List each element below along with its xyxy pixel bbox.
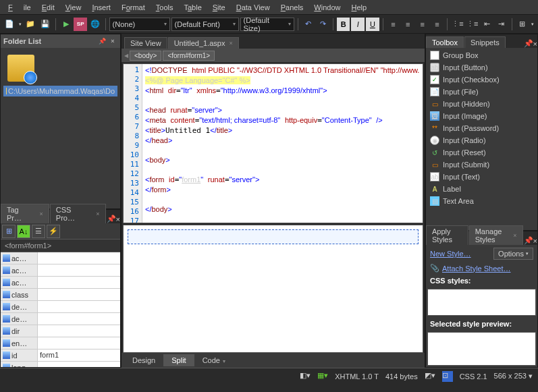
underline-button[interactable]: U xyxy=(366,18,379,31)
toolbox-item[interactable]: ↺Input (Reset) xyxy=(426,146,537,159)
outdent-button[interactable]: ⇤ xyxy=(480,18,493,31)
code-editor[interactable]: 123456789101112131415161718 <!DOCTYPE ht… xyxy=(123,63,423,223)
toolbox-item[interactable]: abInput (Button) xyxy=(426,61,537,74)
property-row[interactable]: en… xyxy=(1,337,120,349)
toolbox-item[interactable]: Group Box xyxy=(426,49,537,61)
close-icon[interactable]: × xyxy=(96,211,99,217)
tab-css-properties[interactable]: CSS Pro…× xyxy=(50,204,106,223)
menu-window[interactable]: Window xyxy=(308,1,346,13)
toolbox-item[interactable]: abInput (Text) xyxy=(426,171,537,183)
properties-grid[interactable]: ac…ac…ac…classde…de…diren…idform1langm…n… xyxy=(1,252,120,367)
schema-icon[interactable]: ◩▾ xyxy=(425,371,435,382)
status-doctype[interactable]: XHTML 1.0 T xyxy=(335,372,379,381)
toolbox-item[interactable]: Input (Checkbox) xyxy=(426,74,537,86)
open-button[interactable]: 📁 xyxy=(24,18,38,31)
pin-icon[interactable]: 📌 xyxy=(524,39,533,48)
options-button[interactable]: Options▾ xyxy=(493,248,533,260)
toolbox-item[interactable]: ALabel xyxy=(426,183,537,195)
undo-button[interactable]: ↶ xyxy=(302,18,315,31)
tab-apply-styles[interactable]: Apply Styles xyxy=(426,225,468,245)
attach-stylesheet-link[interactable]: Attach Style Sheet… xyxy=(442,264,511,273)
numbers-button[interactable]: ⋮≡ xyxy=(466,18,479,31)
property-row[interactable]: lang xyxy=(1,362,120,367)
site-folder-icon[interactable] xyxy=(7,55,34,82)
borders-button[interactable]: ⊞ xyxy=(516,18,529,31)
preview-button[interactable]: ▶ xyxy=(59,18,73,31)
menu-edit[interactable]: Edit xyxy=(36,1,60,13)
css-schema-icon[interactable]: ⊡ xyxy=(442,371,453,382)
property-row[interactable]: dir xyxy=(1,325,120,337)
tab-manage-styles[interactable]: Manage Styles× xyxy=(469,225,523,245)
tab-toolbox[interactable]: Toolbox xyxy=(426,36,464,48)
property-row[interactable]: ac… xyxy=(1,277,120,289)
menu-table[interactable]: Table xyxy=(178,1,207,13)
align-center-button[interactable]: ≡ xyxy=(401,18,414,31)
toolbox-item[interactable]: 📄Input (File) xyxy=(426,86,537,98)
property-row[interactable]: ac… xyxy=(1,252,120,264)
size-combo[interactable]: (Default Size)▾ xyxy=(240,18,294,31)
font-combo[interactable]: (Default Font)▾ xyxy=(171,18,239,31)
sp-button[interactable]: SP xyxy=(74,18,87,31)
property-row[interactable]: class xyxy=(1,289,120,301)
save-button[interactable]: 💾 xyxy=(38,18,52,31)
close-icon[interactable]: × xyxy=(533,40,537,48)
folder-path[interactable]: C:\Users\Muhammad.Waqas\Do xyxy=(3,86,117,96)
close-icon[interactable]: × xyxy=(116,215,120,223)
align-left-button[interactable]: ≡ xyxy=(387,18,400,31)
view-design[interactable]: Design xyxy=(124,354,163,366)
justify-button[interactable]: ≡ xyxy=(431,18,444,31)
menu-panels[interactable]: Panels xyxy=(275,1,309,13)
toolbox-item[interactable]: ◉Input (Radio) xyxy=(426,134,537,146)
toolbox-item[interactable]: ▭Input (Hidden) xyxy=(426,98,537,110)
visual-aids-icon[interactable]: ◧▾ xyxy=(300,371,311,382)
pin-icon[interactable]: 📌 xyxy=(107,215,116,223)
code-content[interactable]: <!DOCTYPE html PUBLIC "-//W3C//DTD XHTML… xyxy=(142,64,423,223)
pin-icon[interactable]: 📌 xyxy=(97,36,107,46)
tab-snippets[interactable]: Snippets xyxy=(464,36,506,48)
property-row[interactable]: ac… xyxy=(1,264,120,277)
sort-alpha-icon[interactable]: A↓ xyxy=(17,225,30,238)
crumb-form[interactable]: <form#form1> xyxy=(163,51,215,61)
view-code[interactable]: Code▾ xyxy=(194,354,234,366)
bold-button[interactable]: B xyxy=(337,18,350,31)
crumb-body[interactable]: <body> xyxy=(130,51,161,61)
status-icon[interactable]: ▦▾ xyxy=(317,371,328,382)
menu-file[interactable]: File xyxy=(3,1,36,13)
view-split[interactable]: Split xyxy=(163,354,194,366)
close-icon[interactable]: × xyxy=(40,211,43,217)
dropdown-icon[interactable]: ▾ xyxy=(18,18,23,31)
toolbox-item[interactable]: ▤Text Area xyxy=(426,195,537,207)
align-right-button[interactable]: ≡ xyxy=(416,18,429,31)
dropdown-icon[interactable]: ▾ xyxy=(530,18,535,31)
close-icon[interactable]: × xyxy=(229,40,232,47)
toolbox-item[interactable]: 🖼Input (Image) xyxy=(426,110,537,122)
menu-site[interactable]: Site xyxy=(207,1,231,13)
menu-dataview[interactable]: Data View xyxy=(231,1,275,13)
toolbox-item[interactable]: **Input (Password) xyxy=(426,122,537,134)
publish-button[interactable]: 🌐 xyxy=(88,18,102,31)
chevron-left-icon[interactable]: ◀ xyxy=(124,53,128,59)
property-row[interactable]: idform1 xyxy=(1,349,120,362)
menu-tools[interactable]: Tools xyxy=(151,1,179,13)
form-selection[interactable] xyxy=(128,229,419,244)
property-row[interactable]: de… xyxy=(1,313,120,325)
new-button[interactable]: 📄 xyxy=(3,18,16,31)
menu-view[interactable]: View xyxy=(60,1,87,13)
chevron-down-icon[interactable]: ▾ xyxy=(223,358,225,364)
design-surface[interactable] xyxy=(123,225,423,353)
tab-site-view[interactable]: Site View xyxy=(124,37,167,49)
new-style-link[interactable]: New Style… xyxy=(430,250,471,258)
indent-button[interactable]: ⇥ xyxy=(495,18,508,31)
show-set-icon[interactable]: ☰ xyxy=(32,225,45,238)
style-combo[interactable]: (None)▾ xyxy=(109,18,170,31)
events-icon[interactable]: ⚡ xyxy=(47,225,60,238)
close-icon[interactable]: × xyxy=(513,232,516,239)
toolbox-item[interactable]: ▭Input (Submit) xyxy=(426,159,537,171)
css-styles-list[interactable] xyxy=(427,289,536,316)
property-row[interactable]: de… xyxy=(1,301,120,313)
menu-insert[interactable]: Insert xyxy=(86,1,116,13)
pin-icon[interactable]: 📌 xyxy=(524,236,533,245)
sort-categorized-icon[interactable]: ⊞ xyxy=(2,225,16,238)
tab-document[interactable]: Untitled_1.aspx× xyxy=(168,37,239,49)
italic-button[interactable]: I xyxy=(351,18,365,31)
